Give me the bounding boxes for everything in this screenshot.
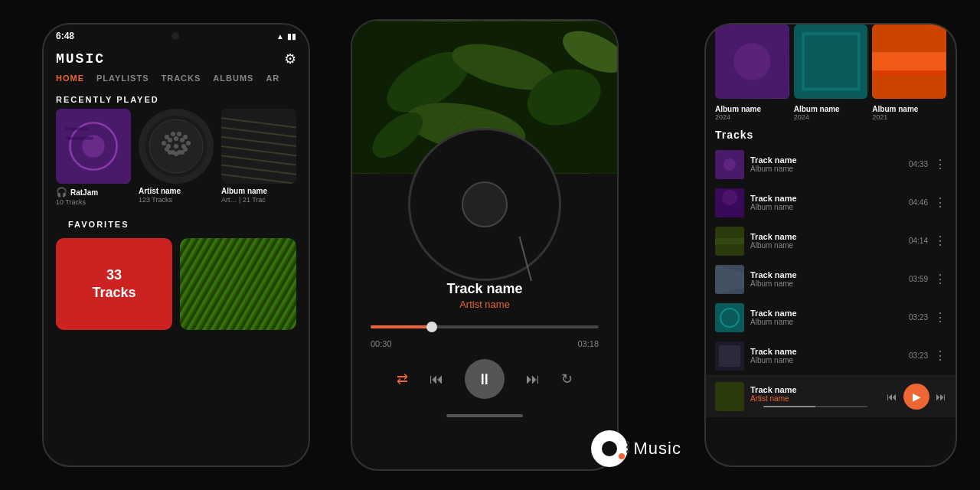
pause-icon: ⏸ [477, 371, 492, 388]
svg-point-19 [180, 138, 185, 142]
track-thumb-5 [715, 303, 744, 332]
progress-bar-container[interactable] [352, 318, 617, 336]
track-more-6[interactable] [934, 348, 946, 363]
tab-playlists[interactable]: PLAYLISTS [96, 74, 149, 83]
tab-albums[interactable]: ALBUMS [213, 74, 253, 83]
track-details-6: Track name Album name [750, 347, 903, 364]
status-bar-left: 6:48 ▲ ▮▮ [44, 24, 309, 44]
np-thumb [715, 382, 744, 411]
brand-area: Music [591, 430, 681, 467]
fav-card-wave[interactable] [180, 238, 296, 330]
track-details-3: Track name Album name [750, 232, 903, 250]
svg-rect-3 [65, 128, 89, 131]
album-info-1: Album name 2024 [715, 105, 789, 121]
np-next-button[interactable]: ⏭ [936, 390, 946, 403]
svg-point-11 [162, 141, 166, 145]
center-track-name: Track name [368, 281, 602, 297]
track-details-1: Track name Album name [750, 155, 903, 173]
track-row-6[interactable]: Track name Album name 03:23 [706, 337, 956, 375]
svg-point-55 [722, 190, 737, 205]
vinyl-area [352, 174, 617, 220]
np-play-button[interactable]: ▶ [903, 384, 929, 410]
tab-tracks[interactable]: TRACKS [162, 74, 201, 83]
right-phone: Album name 2024 Album name 2024 Album na… [704, 23, 957, 467]
camera-notch-left [172, 32, 179, 40]
svg-point-17 [168, 138, 172, 142]
prev-button[interactable]: ⏮ [430, 371, 443, 387]
shuffle-button[interactable]: ⇄ [397, 371, 408, 387]
track-row-4[interactable]: Track name Album name 03:59 [706, 260, 956, 299]
album-info-2: Album name 2024 [794, 105, 868, 121]
favorites-title: FAVORITES [56, 214, 296, 234]
track-more-5[interactable] [934, 310, 946, 325]
brand-icon [591, 430, 628, 467]
track-details-5: Track name Album name [750, 309, 903, 326]
track-more-2[interactable] [934, 195, 946, 210]
svg-point-22 [181, 144, 186, 149]
tab-home[interactable]: HOME [56, 74, 84, 83]
album-thumb-3[interactable] [872, 24, 946, 99]
track-row-1[interactable]: Track name Album name 04:33 [706, 145, 956, 184]
brand-text: Music [634, 439, 681, 459]
favorites-grid: 33 Tracks [56, 238, 296, 330]
rp-item-2[interactable]: Artist name 123 Tracks [139, 109, 214, 206]
fav-card-text: 33 Tracks [92, 266, 136, 302]
svg-point-25 [180, 150, 185, 155]
brand-dot [619, 453, 625, 459]
np-play-icon: ▶ [913, 390, 921, 403]
svg-point-9 [177, 132, 181, 136]
rp-thumb-2 [139, 109, 214, 184]
track-details-4: Track name Album name [750, 270, 903, 288]
svg-point-12 [186, 141, 191, 145]
np-prev-button[interactable]: ⏮ [887, 390, 897, 403]
time-current: 00:30 [371, 339, 392, 348]
progress-thumb [426, 322, 437, 332]
album-thumb-1[interactable] [715, 24, 789, 99]
svg-rect-60 [715, 303, 744, 332]
svg-point-24 [174, 152, 178, 156]
rp-label-3: Album name [221, 187, 296, 195]
np-name: Track name [750, 385, 880, 394]
track-details-2: Track name Album name [750, 194, 903, 211]
track-thumb-3 [715, 227, 744, 256]
track-row-5[interactable]: Track name Album name 03:23 [706, 299, 956, 337]
center-artist-name: Artist name [368, 299, 602, 310]
home-indicator-center [446, 414, 523, 417]
rp-sublabel-2: 123 Tracks [139, 196, 214, 204]
vinyl-inner [462, 181, 508, 227]
track-thumb-4 [715, 265, 744, 294]
svg-point-20 [166, 144, 171, 149]
repeat-button[interactable]: ↻ [561, 371, 573, 387]
rp-label-1: RatJam [56, 187, 131, 198]
rp-thumb-1 [56, 109, 131, 184]
svg-rect-57 [715, 238, 744, 244]
fav-card-tracks[interactable]: 33 Tracks [56, 238, 172, 330]
np-progress [763, 406, 867, 407]
track-row-3[interactable]: Track name Album name 04:14 [706, 222, 956, 260]
app-header-left: MUSIC [44, 44, 309, 74]
rp-item-3[interactable]: Album name Art… | 21 Trac [221, 109, 296, 206]
track-thumb-2 [715, 188, 744, 217]
progress-bar-bg[interactable] [371, 325, 599, 328]
now-playing-bar: Track name Artist name ⏮ ▶ ⏭ [706, 375, 956, 417]
next-button[interactable]: ⏭ [526, 371, 540, 387]
svg-point-18 [174, 136, 178, 141]
album-thumb-2[interactable] [794, 24, 868, 99]
left-phone: 6:48 ▲ ▮▮ MUSIC HOME PLAYLISTS TRACKS AL… [42, 23, 310, 467]
time-labels: 00:30 03:18 [352, 336, 617, 351]
np-artist: Artist name [750, 394, 880, 403]
tab-artists[interactable]: AR [266, 74, 279, 83]
rp-sublabel-1: 10 Tracks [56, 198, 131, 206]
track-more-4[interactable] [934, 272, 946, 286]
rp-item-1[interactable]: RatJam 10 Tracks [56, 109, 131, 206]
svg-rect-47 [794, 24, 868, 99]
track-more-3[interactable] [934, 234, 946, 248]
settings-icon[interactable] [284, 51, 296, 67]
nav-tabs-left: HOME PLAYLISTS TRACKS ALBUMS AR [44, 74, 309, 89]
track-more-1[interactable] [934, 157, 946, 172]
track-row-2[interactable]: Track name Album name 04:46 [706, 184, 956, 222]
pause-button[interactable]: ⏸ [465, 359, 505, 399]
track-thumb-6 [715, 341, 744, 371]
album-info-row: Album name 2024 Album name 2024 Album na… [706, 105, 956, 126]
rp-sublabel-3: Art… | 21 Trac [221, 196, 296, 204]
